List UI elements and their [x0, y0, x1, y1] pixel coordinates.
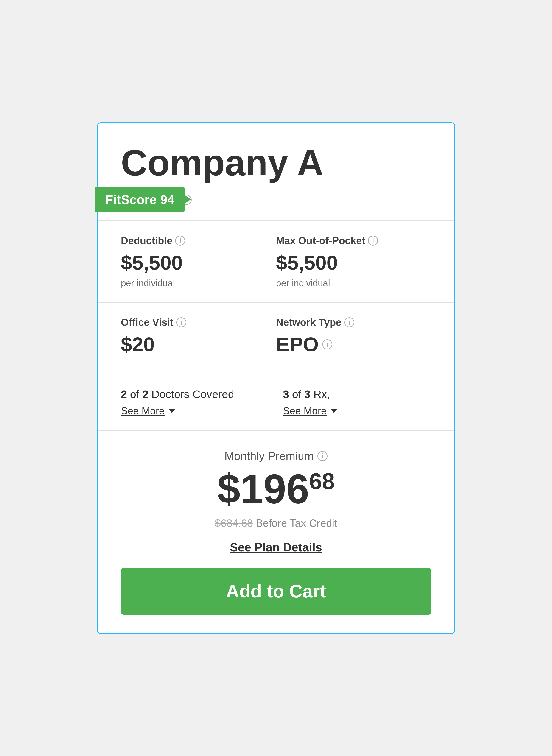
doctors-see-more-link[interactable]: See More [121, 405, 175, 417]
rx-text: 3 of 3 Rx, [283, 388, 431, 401]
network-type-info-icon[interactable]: i [344, 317, 355, 327]
monthly-premium-info-icon[interactable]: i [317, 451, 327, 461]
office-visit-info-icon[interactable]: i [176, 317, 186, 327]
before-tax-label: Before Tax Credit [256, 517, 337, 529]
add-to-cart-button[interactable]: Add to Cart [121, 568, 431, 615]
max-oop-cell: Max Out-of-Pocket i $5,500 per individua… [276, 235, 431, 289]
deductible-cell: Deductible i $5,500 per individual [121, 235, 276, 289]
max-oop-info-icon[interactable]: i [368, 236, 378, 246]
max-oop-sub: per individual [276, 278, 431, 289]
deductible-info-icon[interactable]: i [175, 236, 185, 246]
network-type-value: EPO i [276, 333, 431, 356]
office-visit-cell: Office Visit i $20 [121, 317, 276, 360]
doctors-text: 2 of 2 Doctors Covered [121, 388, 269, 401]
deductible-value: $5,500 [121, 251, 276, 274]
card-footer: Monthly Premium i $19668 $684.68 Before … [98, 431, 454, 633]
max-oop-label: Max Out-of-Pocket i [276, 235, 431, 246]
office-visit-value: $20 [121, 333, 276, 356]
fitscore-label: FitScore 94 [105, 192, 175, 207]
card-details: Deductible i $5,500 per individual Max O… [98, 221, 454, 633]
plan-card-container: FitScore 94 Company A Silver Plan i Dedu… [97, 122, 455, 634]
deductible-label: Deductible i [121, 235, 276, 246]
rx-cell: 3 of 3 Rx, See More [283, 388, 431, 417]
premium-cents: 68 [309, 468, 335, 494]
max-oop-value: $5,500 [276, 251, 431, 274]
network-type-label: Network Type i [276, 317, 431, 328]
epo-info-icon[interactable]: i [322, 339, 332, 349]
rx-see-more-chevron-icon [331, 409, 337, 413]
monthly-premium-label: Monthly Premium i [225, 449, 327, 463]
deductible-oop-row: Deductible i $5,500 per individual Max O… [98, 221, 454, 303]
deductible-sub: per individual [121, 278, 276, 289]
page-wrapper: FitScore 94 Company A Silver Plan i Dedu… [0, 0, 552, 756]
doctors-see-more-chevron-icon [169, 409, 175, 413]
before-tax-strikethrough: $684.68 [215, 517, 253, 529]
office-network-row: Office Visit i $20 Network Type i EPO i [98, 303, 454, 374]
doctors-cell: 2 of 2 Doctors Covered See More [121, 388, 269, 417]
company-name: Company A [121, 142, 431, 184]
before-tax-text: $684.68 Before Tax Credit [215, 517, 337, 529]
rx-see-more-link[interactable]: See More [283, 405, 337, 417]
coverage-row: 2 of 2 Doctors Covered See More 3 of 3 R… [98, 374, 454, 431]
fitscore-badge: FitScore 94 [95, 187, 185, 212]
see-plan-details-link[interactable]: See Plan Details [230, 540, 322, 554]
office-visit-label: Office Visit i [121, 317, 276, 328]
premium-price: $19668 [217, 468, 335, 510]
network-type-cell: Network Type i EPO i [276, 317, 431, 360]
